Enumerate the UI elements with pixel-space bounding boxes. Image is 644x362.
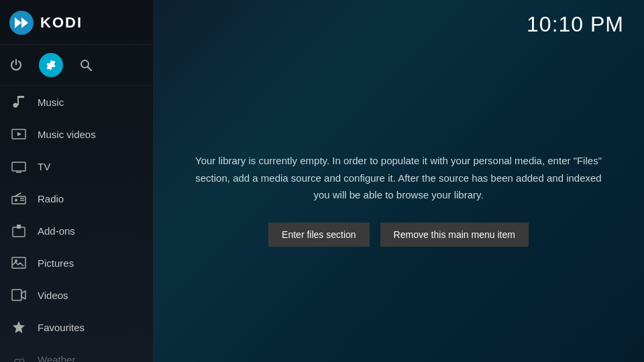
weather-icon bbox=[9, 350, 28, 362]
sidebar-item-addons-label: Add-ons bbox=[38, 225, 75, 237]
videos-icon bbox=[9, 286, 28, 304]
music-videos-icon bbox=[9, 125, 28, 143]
sidebar-item-videos[interactable]: Videos bbox=[0, 279, 153, 311]
library-message: Your library is currently empty. In orde… bbox=[193, 152, 604, 204]
sidebar-item-favourites[interactable]: Favourites bbox=[0, 311, 153, 343]
action-buttons: Enter files section Remove this main men… bbox=[268, 223, 529, 247]
svg-marker-10 bbox=[17, 132, 21, 136]
content-area: Your library is currently empty. In orde… bbox=[153, 37, 644, 362]
sidebar-item-music-videos[interactable]: Music videos bbox=[0, 118, 153, 150]
sidebar-item-tv[interactable]: TV bbox=[0, 150, 153, 182]
search-button[interactable] bbox=[79, 58, 93, 72]
main-content: 10:10 PM Your library is currently empty… bbox=[153, 0, 644, 362]
sidebar-item-music-videos-label: Music videos bbox=[38, 129, 96, 140]
favourites-icon bbox=[9, 318, 28, 337]
app-title: KODI bbox=[40, 14, 83, 32]
sidebar-item-favourites-label: Favourites bbox=[38, 322, 85, 333]
settings-button[interactable] bbox=[39, 53, 63, 77]
tv-icon bbox=[9, 157, 28, 176]
svg-rect-19 bbox=[17, 225, 21, 229]
pictures-icon bbox=[9, 253, 28, 272]
sidebar: KODI Music bbox=[0, 0, 153, 362]
svg-point-14 bbox=[15, 199, 17, 202]
top-bar: 10:10 PM bbox=[153, 0, 644, 37]
nav-menu: Music Music videos TV Radio bbox=[0, 86, 153, 362]
sidebar-icon-bar bbox=[0, 45, 153, 86]
addons-icon bbox=[9, 221, 28, 240]
time-display: 10:10 PM bbox=[527, 12, 624, 37]
svg-rect-11 bbox=[12, 162, 25, 171]
power-button[interactable] bbox=[9, 58, 23, 72]
sidebar-item-radio[interactable]: Radio bbox=[0, 182, 153, 215]
sidebar-item-addons[interactable]: Add-ons bbox=[0, 215, 153, 247]
sidebar-header: KODI bbox=[0, 0, 153, 45]
music-icon bbox=[9, 93, 28, 111]
sidebar-item-weather-label: Weather bbox=[38, 354, 75, 363]
sidebar-item-music-label: Music bbox=[38, 97, 64, 108]
svg-point-6 bbox=[13, 103, 18, 108]
svg-rect-18 bbox=[13, 227, 25, 237]
sidebar-item-pictures-label: Pictures bbox=[38, 257, 74, 269]
sidebar-item-pictures[interactable]: Pictures bbox=[0, 247, 153, 279]
sidebar-item-radio-label: Radio bbox=[38, 193, 64, 204]
svg-rect-8 bbox=[17, 96, 24, 98]
radio-icon bbox=[9, 189, 28, 208]
remove-menu-item-button[interactable]: Remove this main menu item bbox=[380, 223, 529, 247]
svg-rect-22 bbox=[12, 290, 21, 300]
sidebar-item-weather[interactable]: Weather bbox=[0, 343, 153, 362]
sidebar-item-music[interactable]: Music bbox=[0, 86, 153, 118]
sidebar-item-videos-label: Videos bbox=[38, 290, 68, 301]
sidebar-item-tv-label: TV bbox=[38, 161, 50, 172]
svg-marker-23 bbox=[13, 321, 25, 333]
enter-files-button[interactable]: Enter files section bbox=[268, 223, 370, 247]
kodi-logo-icon bbox=[9, 11, 34, 35]
svg-line-5 bbox=[88, 67, 92, 71]
